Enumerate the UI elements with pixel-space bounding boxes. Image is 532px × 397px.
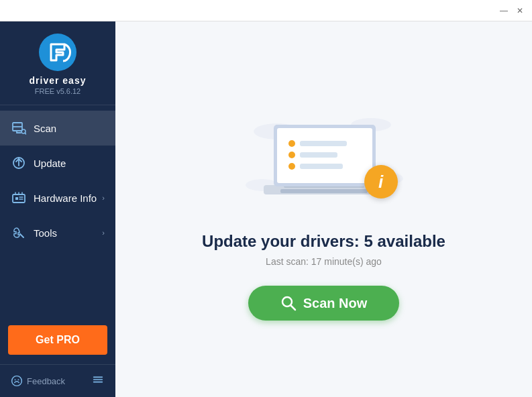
sidebar-item-scan[interactable]: Scan xyxy=(0,111,115,146)
tools-icon xyxy=(11,225,27,241)
feedback-label: Feedback xyxy=(27,376,65,386)
titlebar: — ✕ xyxy=(0,0,532,21)
update-title: Update your drivers: 5 available xyxy=(202,232,445,251)
svg-point-26 xyxy=(288,163,295,170)
hardware-info-label: Hardware Info xyxy=(34,192,102,204)
logo-version: FREE v5.6.12 xyxy=(35,87,81,95)
nav-items: Scan Update xyxy=(0,105,115,319)
update-label: Update xyxy=(34,158,105,169)
svg-rect-30 xyxy=(280,189,368,193)
illustration: i xyxy=(237,98,411,219)
hardware-icon xyxy=(11,190,27,206)
get-pro-button[interactable]: Get PRO xyxy=(8,325,107,355)
svg-line-32 xyxy=(290,306,295,310)
content-area: i Update your drivers: 5 available Last … xyxy=(115,21,532,397)
list-icon[interactable] xyxy=(91,373,105,389)
update-icon xyxy=(11,155,27,171)
svg-point-24 xyxy=(288,140,295,147)
scan-now-search-icon xyxy=(280,295,297,311)
sidebar: driver easy FREE v5.6.12 Scan xyxy=(0,21,115,397)
svg-rect-27 xyxy=(300,141,347,146)
sidebar-item-tools[interactable]: Tools › xyxy=(0,215,115,250)
laptop-illustration xyxy=(237,98,411,219)
scan-icon xyxy=(11,120,27,136)
scan-label: Scan xyxy=(34,123,105,134)
sidebar-footer: Feedback xyxy=(0,364,115,397)
tools-chevron-icon: › xyxy=(102,229,105,237)
logo-text: driver easy xyxy=(30,75,87,86)
sidebar-logo: driver easy FREE v5.6.12 xyxy=(0,21,115,105)
sidebar-item-hardware-info[interactable]: Hardware Info › xyxy=(0,180,115,215)
svg-point-12 xyxy=(17,379,19,380)
logo-icon xyxy=(39,34,76,71)
minimize-button[interactable]: — xyxy=(497,4,511,17)
info-badge: i xyxy=(364,165,398,198)
svg-rect-6 xyxy=(13,194,25,203)
svg-line-4 xyxy=(25,133,26,134)
svg-point-10 xyxy=(12,376,22,386)
tools-label: Tools xyxy=(34,227,102,239)
main-container: driver easy FREE v5.6.12 Scan xyxy=(0,21,532,397)
svg-rect-7 xyxy=(15,197,18,200)
scan-now-button[interactable]: Scan Now xyxy=(248,286,400,321)
svg-rect-28 xyxy=(300,152,337,158)
last-scan-text: Last scan: 17 minute(s) ago xyxy=(266,256,382,267)
svg-point-25 xyxy=(288,152,295,158)
svg-point-11 xyxy=(15,379,16,380)
svg-rect-29 xyxy=(300,164,343,169)
feedback-item[interactable]: Feedback xyxy=(11,375,65,387)
hardware-chevron-icon: › xyxy=(102,194,105,202)
scan-now-label: Scan Now xyxy=(303,296,368,311)
close-button[interactable]: ✕ xyxy=(513,4,527,17)
sidebar-item-update[interactable]: Update xyxy=(0,146,115,180)
